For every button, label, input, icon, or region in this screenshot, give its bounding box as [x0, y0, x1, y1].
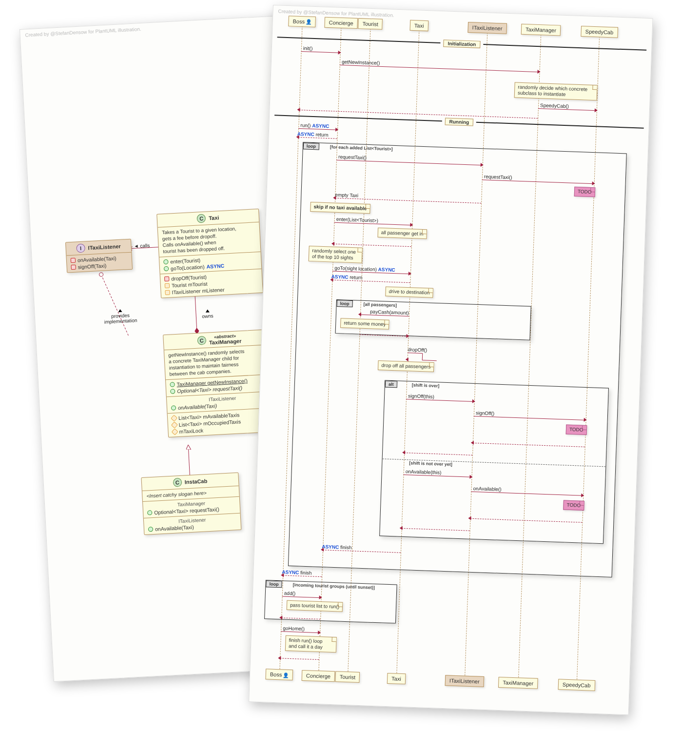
msg-dropoff: dropOff() — [408, 347, 427, 353]
msg-onavail1: onAvailable(this) — [406, 469, 442, 475]
class-taxi: CTaxi Takes a Tourist to a given locatio… — [156, 209, 263, 298]
msg-requesttaxi1: requestTaxi() — [338, 154, 367, 160]
frag-guard: [shift is over] — [412, 382, 440, 388]
slogan: <Insert catchy slogan here> — [146, 490, 207, 498]
msg-emptytaxi: empty Taxi — [335, 192, 358, 198]
participant-listener: ITaxiListener — [467, 22, 506, 34]
rel-provides: provides implementation — [104, 313, 137, 325]
msg-add: add() — [284, 591, 296, 596]
member: mTaxiLock — [179, 427, 203, 435]
frag-tag: loop — [303, 142, 319, 150]
msg-async-finish1: ASYNC finish — [322, 544, 352, 550]
note-dropoff: drop off all passengers — [378, 360, 434, 372]
note-todo3: TODO — [563, 500, 584, 510]
participant-speedy-bottom: SpeedyCab — [558, 679, 595, 691]
class-badge-icon: C — [197, 336, 206, 345]
note-todo2: TODO — [566, 425, 587, 435]
msg-signoff1: signOff(this) — [408, 393, 434, 399]
msg-async-finish2: ASYNC finish — [282, 569, 312, 575]
note-gohome: finish run() loopand call it a day — [285, 635, 337, 653]
participant-manager: TaxiManager — [521, 24, 561, 36]
participant-concierge-bottom: Concierge — [302, 670, 335, 682]
svg-line-3 — [195, 295, 197, 333]
msg-onavail2: onAvailable() — [473, 486, 502, 492]
msg-speedycab: SpeedyCab() — [540, 102, 569, 109]
member: onAvailable(Taxi) — [155, 524, 194, 532]
note-sight: randomly select oneof the top 10 sights — [309, 246, 363, 263]
credit-text: Created by @StefanDensow for PlantUML il… — [25, 26, 141, 38]
sequence-diagram-page: Created by @StefanDensow for PlantUML il… — [249, 5, 653, 715]
member: onAvailable(Taxi) — [178, 403, 217, 411]
participant-manager-bottom: TaxiManager — [498, 677, 538, 689]
msg-signoff2: signOff() — [476, 410, 495, 416]
interface-badge-icon: I — [76, 244, 85, 253]
frag-tag: alt — [385, 381, 397, 388]
note-todo1: TODO — [574, 187, 595, 197]
frag-tag: loop — [266, 580, 282, 588]
rel-owns: owns — [202, 313, 214, 319]
class-name: TaxiManager — [209, 338, 242, 345]
participant-concierge: Concierge — [324, 17, 358, 29]
interface-name: ITaxiListener — [88, 243, 121, 251]
participant-taxi-bottom: Taxi — [387, 673, 406, 684]
msg-requesttaxi2: requestTaxi() — [484, 174, 512, 180]
participant-tourist: Tourist — [358, 18, 383, 30]
msg-init: init() — [303, 45, 313, 51]
frag-tag: loop — [336, 300, 352, 307]
msg-enter: enter(List<Tourist>) — [336, 217, 378, 223]
participant-listener-bottom: ITaxiListener — [445, 675, 484, 687]
async-tag: ASYNC — [206, 263, 224, 270]
note-pass: pass tourist list to run() — [287, 600, 343, 612]
class-badge-icon: C — [197, 214, 206, 223]
frag-guard-else: [shift is not over yet] — [409, 460, 452, 467]
class-name: Taxi — [209, 215, 219, 221]
interface-itaxilistener: IITaxiListener onAvailable(Taxi) signOff… — [65, 239, 133, 273]
rel-calls: ◄ calls — [134, 243, 150, 249]
frag-guard: [incoming tourist groups (until sunset)] — [292, 582, 375, 590]
frag-guard: [for each added List<Tourist>] — [330, 144, 393, 151]
frag-guard: [all passengers] — [364, 302, 397, 308]
class-instacab: CInstaCab <Insert catchy slogan here> Ta… — [141, 473, 241, 535]
member: signOff(Taxi) — [78, 262, 106, 270]
participant-boss: Boss — [288, 16, 316, 27]
note-money: return some money — [340, 318, 389, 329]
note-subclass: randomly decide which concretesubclass t… — [514, 82, 598, 100]
member: goTo(Location) — [171, 264, 205, 272]
note-skip: skip if no taxi available — [310, 202, 370, 214]
participant-boss-bottom: Boss — [265, 669, 293, 680]
participant-taxi: Taxi — [410, 20, 428, 31]
msg-run: run() ASYNC — [300, 122, 329, 129]
msg-gohome: goHome() — [283, 625, 305, 632]
divider-run: Running — [274, 112, 644, 131]
class-name: InstaCab — [185, 478, 208, 485]
participant-tourist-bottom: Tourist — [335, 671, 360, 683]
class-badge-icon: C — [173, 478, 182, 487]
svg-line-2 — [101, 273, 129, 337]
msg-goto-return: ASYNC return — [331, 274, 362, 280]
note-getin: all passenger get in — [377, 228, 427, 239]
note-drive: drive to destination — [385, 286, 433, 297]
msg-getnew: getNewInstance() — [342, 59, 380, 66]
participant-speedy: SpeedyCab — [581, 26, 618, 38]
msg-run-return: ASYNC return — [297, 131, 329, 138]
